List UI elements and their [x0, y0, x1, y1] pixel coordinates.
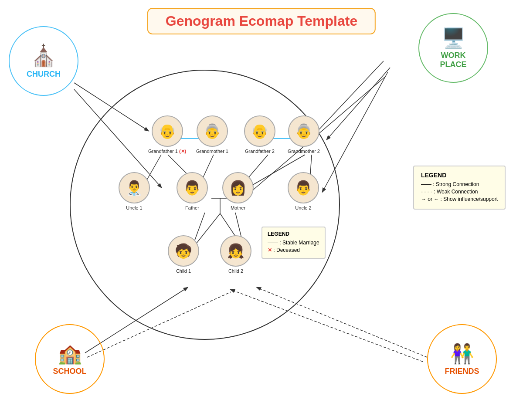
father-avatar: 👨 — [177, 172, 208, 203]
church-label: CHURCH — [27, 70, 61, 79]
uncle1-node: 👨‍⚕️ Uncle 1 — [119, 172, 150, 210]
grandmother1-label: Grandmother 1 — [196, 149, 228, 154]
svg-line-3 — [327, 68, 390, 139]
legend-inner: LEGEND —— : Stable Marriage ✕ : Deceased — [262, 227, 326, 259]
grandmother2-avatar: 👵 — [288, 115, 319, 147]
friends-circle: 👫 FRIENDS — [427, 324, 497, 394]
uncle1-label: Uncle 1 — [126, 205, 142, 210]
legend-main-title: LEGEND — [421, 172, 498, 179]
school-circle: 🏫 SCHOOL — [35, 324, 105, 394]
uncle1-avatar: 👨‍⚕️ — [119, 172, 150, 203]
grandmother2-label: Grandmother 2 — [288, 149, 320, 154]
uncle2-label: Uncle 2 — [295, 205, 311, 210]
school-label: SCHOOL — [53, 367, 86, 376]
child1-avatar: 🧒 — [168, 235, 199, 267]
mother-label: Mother — [231, 205, 245, 210]
grandfather2-avatar: 👴 — [244, 115, 275, 147]
grandfather2-label: Grandfather 2 — [245, 149, 275, 154]
church-icon: ⛪ — [31, 44, 57, 68]
legend-inner-title: LEGEND — [268, 231, 319, 237]
uncle2-avatar: 👨 — [288, 172, 319, 203]
child2-node: 👧 Child 2 — [220, 235, 251, 274]
grandmother1-node: 👵 Grandmother 1 — [196, 115, 228, 154]
child1-node: 🧒 Child 1 — [168, 235, 199, 274]
father-label: Father — [185, 205, 199, 210]
legend-main-item3: → or ← : Show influence/support — [421, 196, 498, 202]
child2-label: Child 2 — [228, 268, 243, 274]
legend-main-item2: - - - - : Weak Connection — [421, 189, 498, 195]
friends-icon: 👫 — [450, 342, 474, 365]
workplace-icon: 🖥️ — [441, 27, 465, 49]
uncle2-node: 👨 Uncle 2 — [288, 172, 319, 210]
mother-avatar: 👩 — [222, 172, 254, 203]
legend-main-item1: —— : Strong Connection — [421, 181, 498, 187]
legend-main: LEGEND —— : Strong Connection - - - - : … — [413, 166, 506, 210]
friends-label: FRIENDS — [445, 367, 479, 376]
grandmother1-avatar: 👵 — [197, 115, 228, 147]
child1-label: Child 1 — [176, 268, 191, 274]
workplace-label: WORKPLACE — [440, 51, 466, 69]
church-circle: ⛪ CHURCH — [9, 26, 78, 96]
page-title: Genogram Ecomap Template — [147, 8, 376, 34]
school-icon: 🏫 — [58, 342, 82, 365]
child2-avatar: 👧 — [220, 235, 251, 267]
svg-line-2 — [314, 61, 384, 135]
grandfather1-avatar: 👴 — [152, 115, 183, 147]
grandfather2-node: 👴 Grandfather 2 — [244, 115, 275, 154]
mother-node: 👩 Mother — [222, 172, 254, 210]
legend-inner-item1: —— : Stable Marriage — [268, 240, 319, 246]
grandfather1-node: 👴 Grandfather 1 (✕) — [148, 115, 186, 154]
father-node: 👨 Father — [177, 172, 208, 210]
grandfather1-label: Grandfather 1 (✕) — [148, 149, 186, 154]
workplace-circle: 🖥️ WORKPLACE — [418, 13, 488, 83]
grandmother2-node: 👵 Grandmother 2 — [288, 115, 320, 154]
legend-inner-item2: ✕ : Deceased — [268, 247, 319, 253]
